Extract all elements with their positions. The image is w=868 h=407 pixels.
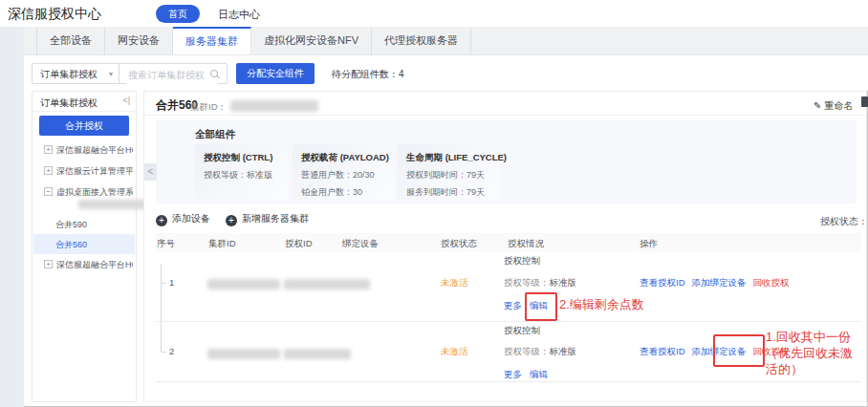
merge-authorization-button[interactable]: 合并授权 <box>39 116 129 136</box>
filter-row: 订单集群授权 ▾ 分配安全组件 待分配组件数：4 <box>24 55 868 91</box>
tab-server-cluster[interactable]: 服务器集群 <box>173 27 251 54</box>
edit-link[interactable]: 编辑 <box>530 369 548 381</box>
auth-level-label: 授权等级： <box>504 346 550 356</box>
tree-stub <box>162 352 166 353</box>
sidebar-item-label: 深信服超融合平台HCI <box>56 143 133 157</box>
annotation-box-edit <box>525 292 557 321</box>
tree-line <box>161 264 162 353</box>
app-title: 深信服授权中心 <box>8 6 101 23</box>
recycle-auth-link[interactable]: 回收授权 <box>753 277 790 289</box>
row-actions: 查看授权ID 添加绑定设备 回收授权 <box>640 277 790 289</box>
tab-nfv-devices[interactable]: 虚拟化网安设备NFV <box>251 27 372 54</box>
add-server-cluster-label: 新增服务器集群 <box>242 213 309 224</box>
col-auth-info: 授权情况 <box>508 238 544 250</box>
col-auth-status: 授权状态 <box>441 238 477 250</box>
partial-delete-icon[interactable] <box>861 96 868 107</box>
expand-icon[interactable]: + <box>44 145 53 154</box>
col-cluster-id: 集群ID <box>208 238 236 250</box>
sidebar-item-label: 深信服超融合平台HCI-ARI <box>56 258 133 271</box>
annotation-note-recycle: 1.回收其中一份（优先回收未激活的） <box>766 329 859 377</box>
collapse-tree-icon[interactable]: − <box>44 187 53 196</box>
collapse-sidebar-icon[interactable]: <| <box>122 96 130 105</box>
more-link[interactable]: 更多 <box>504 300 522 312</box>
category-dropdown[interactable]: 订单集群授权 ▾ <box>32 63 119 84</box>
add-bound-device-link[interactable]: 添加绑定设备 <box>692 277 747 289</box>
row-auth-level: 授权等级：标准版 <box>504 346 576 358</box>
rename-button[interactable]: ✎重命名 <box>814 99 853 113</box>
assign-security-component-button[interactable]: 分配安全组件 <box>236 63 315 84</box>
annotation-box-recycle <box>713 334 765 367</box>
row-index: 2 <box>169 346 174 356</box>
add-device-label: 添加设备 <box>172 213 210 224</box>
cluster-id-label: 集群ID： <box>190 101 227 114</box>
pending-components-label: 待分配组件数：4 <box>332 68 404 81</box>
component-card-line: 普通用户数：20/30 <box>301 169 385 182</box>
device-tab-bar: 全部设备 网安设备 服务器集群 虚拟化网安设备NFV 代理授权服务器 <box>24 27 868 55</box>
sidebar-item-label: 合并560 <box>55 238 87 251</box>
search-input[interactable] <box>126 65 218 84</box>
view-auth-id-link[interactable]: 查看授权ID <box>640 277 685 289</box>
component-card-line: 授权等级：标准版 <box>204 169 279 182</box>
sidebar-title: 订单集群授权 <box>40 96 98 110</box>
more-link[interactable]: 更多 <box>504 369 522 381</box>
sidebar-item-label: 虚拟桌面接入管理系统Virt <box>56 185 133 199</box>
sidebar-item-merge-590[interactable]: 合并590 <box>33 218 136 233</box>
category-dropdown-value: 订单集群授权 <box>40 69 98 79</box>
plus-circle-icon: + <box>156 215 167 226</box>
redacted-cluster-id-cell <box>207 279 280 289</box>
pending-label-text: 待分配组件数： <box>332 69 399 79</box>
expand-icon[interactable]: + <box>44 166 53 175</box>
rename-label: 重命名 <box>824 100 853 111</box>
sidebar-item-scp[interactable]: +深信服云计算管理平台SCP <box>33 164 136 180</box>
component-card-payload: 授权载荷 (PAYLOAD) 普通用户数：20/30 铂金用户数：30 <box>293 144 394 200</box>
tab-proxy-auth-server[interactable]: 代理授权服务器 <box>372 27 471 54</box>
chevron-down-icon: ▾ <box>109 64 113 85</box>
tab-all-devices[interactable]: 全部设备 <box>36 27 105 54</box>
expand-icon[interactable]: + <box>44 260 53 268</box>
tree-stub <box>162 283 166 284</box>
tab-network-security-devices[interactable]: 网安设备 <box>105 27 173 54</box>
sidebar-item-label: 深信服云计算管理平台SCP <box>56 164 133 178</box>
add-server-cluster-button[interactable]: +新增服务器集群 <box>226 212 309 226</box>
component-card-lifecycle: 生命周期 (LIFE_CYCLE) 授权到期时间：79天 服务到期时间：79天 <box>398 144 500 200</box>
add-device-button[interactable]: +添加设备 <box>156 212 210 226</box>
divider <box>144 115 866 116</box>
redacted-cluster-id-cell <box>207 349 280 359</box>
row-auth-level: 授权等级：标准版 <box>504 277 576 289</box>
sidebar-item-hci[interactable]: +深信服超融合平台HCI <box>33 143 136 159</box>
order-cluster-sidebar: 订单集群授权 <| 合并授权 +深信服超融合平台HCI +深信服云计算管理平台S… <box>32 91 137 402</box>
redacted-cluster-id <box>230 100 318 112</box>
status-badge: 未激活 <box>441 346 468 358</box>
component-card-title: 授权载荷 (PAYLOAD) <box>301 152 385 164</box>
col-actions: 操作 <box>640 238 658 250</box>
component-card-title: 授权控制 (CTRL) <box>204 152 279 164</box>
component-card-line: 授权到期时间：79天 <box>406 169 491 182</box>
row-group-title: 授权控制 <box>504 325 540 337</box>
row-divider <box>156 321 861 322</box>
auth-level-value: 标准版 <box>550 277 577 288</box>
all-components-title: 全部组件 <box>195 128 235 141</box>
col-index: 序号 <box>157 238 175 250</box>
auth-level-value: 标准版 <box>550 346 577 356</box>
col-bound-device: 绑定设备 <box>342 238 379 250</box>
authorization-status-filter[interactable]: 授权状态： <box>820 215 867 228</box>
col-auth-id: 授权ID <box>285 238 313 250</box>
sidebar-item-merge-560[interactable]: 合并560 <box>33 238 136 253</box>
nav-home[interactable]: 首页 <box>156 5 200 23</box>
redacted-auth-id-cell <box>284 279 370 289</box>
row-index: 1 <box>169 277 174 288</box>
redacted-auth-id-cell <box>284 349 351 359</box>
search-box <box>119 63 228 84</box>
pending-count: 4 <box>399 69 404 79</box>
view-auth-id-link[interactable]: 查看授权ID <box>640 346 685 358</box>
sidebar-item-label: 合并590 <box>55 218 87 231</box>
component-card-line: 铂金用户数：30 <box>301 186 385 199</box>
scroll-left-icon[interactable]: < <box>144 163 157 181</box>
authorization-center-page: 深信服授权中心 首页 日志中心 全部设备 网安设备 服务器集群 虚拟化网安设备N… <box>0 0 868 407</box>
sidebar-item-vdi[interactable]: −虚拟桌面接入管理系统Virt <box>33 185 136 201</box>
top-bar: 深信服授权中心 首页 日志中心 <box>0 0 868 27</box>
nav-log-center[interactable]: 日志中心 <box>218 8 260 22</box>
sidebar-item-hci-ari[interactable]: +深信服超融合平台HCI-ARI <box>33 258 136 273</box>
row-group-title: 授权控制 <box>504 255 540 268</box>
component-card-ctrl: 授权控制 (CTRL) 授权等级：标准版 <box>195 144 288 200</box>
